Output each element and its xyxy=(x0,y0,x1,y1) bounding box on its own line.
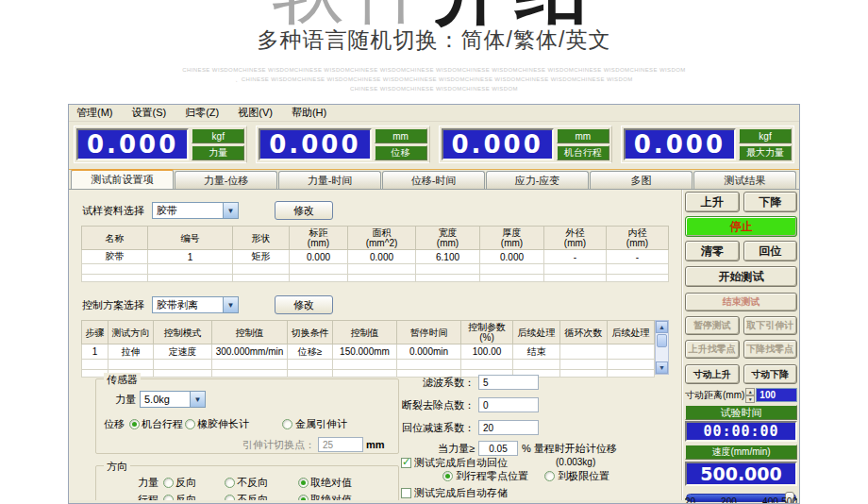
scheme-select-combo[interactable]: 胶带剥离 ▼ xyxy=(152,296,239,313)
jog-down-button[interactable]: 寸动下降 xyxy=(743,364,798,384)
filter-coeff-input[interactable]: 5 xyxy=(478,375,539,390)
direction-force-label: 力量 xyxy=(138,476,159,490)
menu-help[interactable]: 帮助(H) xyxy=(292,106,326,120)
force-threshold-tail: % 量程时开始计位移 xyxy=(522,442,617,456)
displacement-label: 位移 xyxy=(375,145,427,160)
radio-metal-extensometer[interactable] xyxy=(282,419,292,429)
radio-stroke-noreverse[interactable] xyxy=(225,495,235,500)
auto-save-checkbox[interactable] xyxy=(401,488,411,498)
home-button[interactable]: 回位 xyxy=(743,241,798,261)
filter-coeff-row: 滤波系数： 5 xyxy=(393,375,539,390)
radio-force-noreverse[interactable] xyxy=(225,478,235,488)
scheme-table-empty-row xyxy=(82,370,655,378)
direction-group-legend: 方向 xyxy=(104,460,130,474)
jog-distance-label: 寸动距离(mm) xyxy=(685,389,744,402)
watermark-line: 、CHINESE WISDOMCHINESE WISDOMCHINESE WIS… xyxy=(0,75,868,84)
page-subtitle: 多种语言随机切换：简体/繁体/英文 xyxy=(0,25,868,55)
start-test-button[interactable]: 开始测试 xyxy=(685,266,797,287)
max-force-label: 最大力量 xyxy=(739,145,792,160)
radio-machine-stroke[interactable] xyxy=(129,419,140,429)
stop-button[interactable]: 停止 xyxy=(685,216,797,237)
remove-extensometer-button[interactable]: 取下引伸计 xyxy=(743,316,798,335)
main-settings-pane: 试样资料选择 胶带 ▼ 修改 名称 编号 形状 xyxy=(69,190,682,500)
stepper-down-icon[interactable]: ▼ xyxy=(745,395,755,403)
radio-stroke-absolute[interactable] xyxy=(298,495,309,500)
displacement-value: 0.000 xyxy=(259,128,371,160)
radio-to-stroke-zero[interactable] xyxy=(442,471,453,481)
extensometer-switch-row: 引伸计切换点： 25 mm xyxy=(242,437,385,452)
return-coeff-row: 回位减速系数： 20 xyxy=(393,420,539,435)
down-find-zero-button[interactable]: 下降找零点 xyxy=(743,340,798,359)
auto-return-label: 测试完成后自动回位 xyxy=(414,456,508,470)
jog-up-button[interactable]: 寸动上升 xyxy=(685,364,740,384)
force-value: 0.000 xyxy=(76,128,189,160)
menu-view[interactable]: 视图(V) xyxy=(238,106,273,120)
up-find-zero-button[interactable]: 上升找零点 xyxy=(685,340,740,359)
displacement-unit: mm xyxy=(375,128,427,143)
return-target-limit: 到极限位置 xyxy=(544,469,609,483)
sensor-force-combo[interactable]: 5.0kg ▼ xyxy=(140,391,206,408)
menu-settings[interactable]: 设置(S) xyxy=(132,106,167,120)
page: 软件介绍 多种语言随机切换：简体/繁体/英文 CHINESE WISDOMCHI… xyxy=(0,0,868,504)
auto-save-row: 测试完成后自动存储 xyxy=(401,486,508,500)
speed-slider[interactable] xyxy=(685,492,797,493)
tab-force-displacement[interactable]: 力量-位移 xyxy=(175,171,277,189)
radio-stroke-absolute-label: 取绝对值 xyxy=(310,493,352,500)
sample-modify-button[interactable]: 修改 xyxy=(275,201,333,220)
menu-bar: 管理(M) 设置(S) 归零(Z) 视图(V) 帮助(H) xyxy=(69,105,799,122)
display-max-force: 0.000 kgf 最大力量 xyxy=(621,126,794,163)
return-coeff-input[interactable]: 20 xyxy=(478,420,539,435)
end-test-button[interactable]: 结束测试 xyxy=(685,293,797,311)
force-threshold-input[interactable]: 0.05 xyxy=(478,441,518,456)
radio-rubber-extensometer[interactable] xyxy=(185,419,195,429)
pause-test-button[interactable]: 暂停测试 xyxy=(685,316,740,335)
chevron-down-icon[interactable]: ▼ xyxy=(223,203,238,218)
speed-value: 500.000 xyxy=(685,462,797,486)
tab-pretest-settings[interactable]: 测试前设置项 xyxy=(71,169,174,189)
menu-zero[interactable]: 归零(Z) xyxy=(185,106,219,120)
sample-table: 名称 编号 形状 标距(mm) 面积(mm^2) 宽度(mm) 厚度(mm) 外… xyxy=(81,226,669,282)
stroke-unit: mm xyxy=(557,128,609,143)
radio-force-reverse[interactable] xyxy=(163,478,174,488)
extensometer-switch-unit: mm xyxy=(366,439,385,450)
scheme-modify-button[interactable]: 修改 xyxy=(275,295,333,314)
direction-force-row: 力量 反向 不反向 取绝对值 xyxy=(138,476,354,490)
scrollbar-down-icon[interactable]: ▼ xyxy=(656,361,668,374)
stepper-up-icon[interactable]: ▲ xyxy=(745,388,755,395)
chevron-down-icon[interactable]: ▼ xyxy=(190,392,205,407)
display-displacement: 0.000 mm 位移 xyxy=(256,126,429,163)
radio-force-absolute[interactable] xyxy=(298,478,309,488)
tab-stress-strain[interactable]: 应力-应变 xyxy=(486,171,589,189)
app-window: 管理(M) 设置(S) 归零(Z) 视图(V) 帮助(H) 0.000 kgf … xyxy=(68,104,800,504)
auto-return-checkbox[interactable] xyxy=(401,458,411,468)
stroke-label: 机台行程 xyxy=(557,145,609,160)
filter-coeff-label: 滤波系数： xyxy=(393,376,475,390)
sample-select-combo[interactable]: 胶带 ▼ xyxy=(152,202,239,219)
scheme-table-row[interactable]: 1拉伸 定速度300.000mm/min 位移≥150.000mm 0.000m… xyxy=(82,344,655,360)
radio-to-limit[interactable] xyxy=(544,471,555,481)
tab-force-time[interactable]: 力量-时间 xyxy=(278,171,381,189)
slider-track[interactable] xyxy=(686,494,796,502)
tab-displacement-time[interactable]: 位移-时间 xyxy=(382,171,485,189)
scheme-table-wrap: 步骤 测试方向 控制模式 控制值 切换条件 控制值 暂停时间 控制参数(%) 后… xyxy=(81,320,669,378)
extensometer-switch-input[interactable]: 25 xyxy=(318,437,363,452)
radio-machine-stroke-label: 机台行程 xyxy=(142,417,183,431)
scheme-table-scrollbar[interactable]: ▲ ▼ xyxy=(655,320,669,375)
jog-distance-stepper[interactable]: ▲ ▼ xyxy=(745,388,755,402)
up-button[interactable]: 上升 xyxy=(685,192,740,212)
speed-header: 速度(mm/min) xyxy=(685,445,797,460)
menu-manage[interactable]: 管理(M) xyxy=(76,106,113,120)
chevron-down-icon[interactable]: ▼ xyxy=(223,297,238,312)
jog-distance-input[interactable]: 100 xyxy=(756,388,797,402)
radio-stroke-reverse[interactable] xyxy=(163,495,174,500)
tab-multi-chart[interactable]: 多图 xyxy=(590,171,693,189)
down-button[interactable]: 下降 xyxy=(743,192,798,212)
scrollbar-up-icon[interactable]: ▲ xyxy=(656,321,668,333)
tab-test-result[interactable]: 测试结果 xyxy=(693,171,796,189)
force-threshold-note: (0.003kg) xyxy=(556,457,595,467)
sensor-force-label: 力量 xyxy=(115,393,136,407)
break-points-input[interactable]: 0 xyxy=(478,397,539,412)
scrollbar-thumb[interactable] xyxy=(657,334,667,347)
clear-button[interactable]: 清零 xyxy=(685,241,740,261)
sample-table-row[interactable]: 胶带1 矩形0.000 0.0006.100 0.000- - xyxy=(82,250,669,264)
